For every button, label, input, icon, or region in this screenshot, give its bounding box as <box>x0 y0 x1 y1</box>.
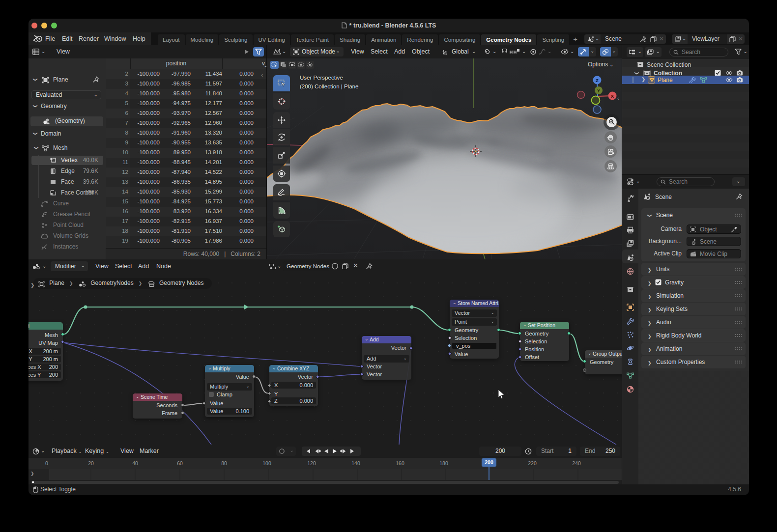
svg-text:Y: Y <box>597 88 600 93</box>
svg-text:X: X <box>611 93 614 99</box>
svg-text:Z: Z <box>596 78 599 83</box>
